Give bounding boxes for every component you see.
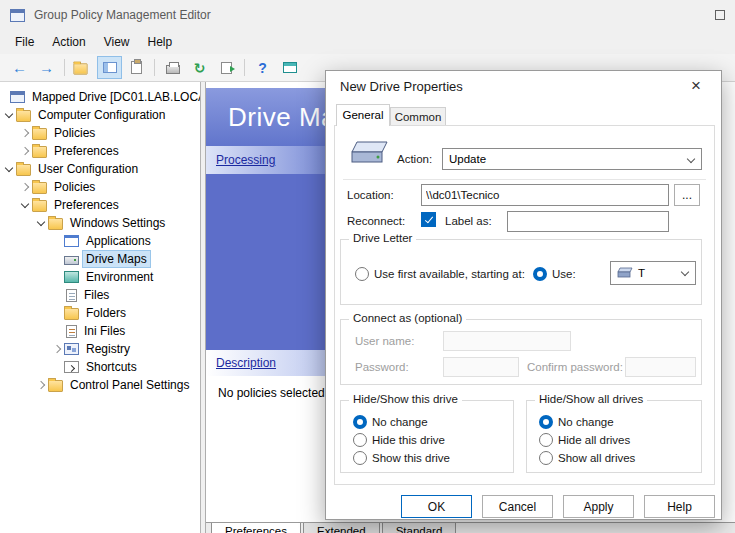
window-controls (715, 10, 725, 20)
folder-icon (64, 308, 79, 320)
filter-icon[interactable] (277, 56, 302, 79)
up-level-icon[interactable] (70, 56, 95, 79)
tree-item-label: Registry (83, 341, 133, 357)
menu-action[interactable]: Action (43, 31, 94, 53)
drive-letter-dropdown[interactable]: T (610, 261, 696, 285)
folder-icon (48, 218, 63, 230)
tree-item-environment[interactable]: Environment (0, 268, 200, 286)
forward-icon[interactable]: → (34, 56, 59, 79)
tab-preferences[interactable]: Preferences (211, 523, 301, 533)
tree-item-label: Windows Settings (67, 215, 168, 231)
reconnect-checkbox[interactable] (421, 212, 436, 227)
paste-icon[interactable] (124, 56, 149, 79)
tree-item-label: Control Panel Settings (67, 377, 192, 393)
all-no-change-radio[interactable] (539, 415, 553, 429)
tab-standard[interactable]: Standard (382, 523, 457, 533)
tab-general[interactable]: General (336, 104, 390, 126)
tree-item-policies[interactable]: Policies (0, 124, 200, 142)
chevron-spacer (50, 234, 64, 248)
chevron-right-icon[interactable] (34, 378, 48, 392)
connect-as-group: Connect as (optional) User name: Passwor… (340, 319, 702, 385)
tree-item-user-configuration[interactable]: User Configuration (0, 160, 200, 178)
apply-button[interactable]: Apply (563, 495, 634, 518)
chevron-down-icon[interactable] (18, 198, 32, 212)
chevron-spacer (50, 270, 64, 284)
back-icon[interactable]: ← (7, 56, 32, 79)
cancel-button[interactable]: Cancel (482, 495, 553, 518)
show-all-drives-radio[interactable] (539, 451, 553, 465)
action-value: Update (449, 153, 486, 165)
location-input[interactable] (421, 184, 669, 206)
tree-item-windows-settings[interactable]: Windows Settings (0, 214, 200, 232)
folder-up-icon (73, 63, 87, 74)
export-list-icon[interactable] (214, 56, 239, 79)
this-no-change-label[interactable]: No change (372, 416, 428, 428)
hide-this-drive-label[interactable]: Hide this drive (372, 434, 445, 446)
dialog-title-bar: New Drive Properties × (326, 71, 721, 101)
help-icon[interactable]: ? (250, 56, 275, 79)
view-tab-bar: PreferencesExtendedStandard (206, 522, 735, 533)
tree-item-root[interactable]: Mapped Drive [DC01.LAB.LOCA (0, 88, 200, 106)
registry-icon (64, 343, 79, 355)
all-no-change-label[interactable]: No change (558, 416, 614, 428)
ok-button[interactable]: OK (401, 495, 472, 518)
menu-help[interactable]: Help (139, 31, 182, 53)
show-this-drive-label[interactable]: Show this drive (372, 452, 450, 464)
tree-item-preferences[interactable]: Preferences (0, 196, 200, 214)
processing-section-header: Processing (206, 146, 326, 174)
print-icon[interactable] (160, 56, 185, 79)
tree-item-computer-configuration[interactable]: Computer Configuration (0, 106, 200, 124)
use-label[interactable]: Use: (552, 268, 576, 280)
tree-item-preferences[interactable]: Preferences (0, 142, 200, 160)
menu-file[interactable]: File (6, 31, 43, 53)
action-dropdown[interactable]: Update (442, 148, 702, 170)
chevron-down-icon[interactable] (34, 216, 48, 230)
window-title: Group Policy Management Editor (34, 8, 211, 22)
tree-item-files[interactable]: Files (0, 286, 200, 304)
app-icon (10, 9, 25, 22)
close-icon[interactable]: × (685, 75, 707, 97)
new-drive-properties-dialog: New Drive Properties × General Common Ac… (325, 70, 722, 520)
hide-this-drive-radio[interactable] (353, 433, 367, 447)
hide-show-all-drives-group: Hide/Show all drives No change Hide all … (526, 400, 702, 473)
tree-item-label: Mapped Drive [DC01.LAB.LOCA (29, 89, 201, 105)
tab-common[interactable]: Common (390, 107, 446, 126)
tree-item-shortcuts[interactable]: Shortcuts (0, 358, 200, 376)
browse-button[interactable]: ... (674, 184, 700, 206)
show-all-drives-label[interactable]: Show all drives (558, 452, 635, 464)
shortcut-icon (64, 361, 79, 373)
tree-item-applications[interactable]: Applications (0, 232, 200, 250)
applications-icon (64, 235, 79, 247)
chevron-down-icon[interactable] (2, 162, 16, 176)
tree-item-registry[interactable]: Registry (0, 340, 200, 358)
tab-extended[interactable]: Extended (303, 523, 380, 533)
forward-arrow-glyph: → (39, 60, 54, 75)
toolbar-separator (154, 59, 155, 76)
tree-item-label: Preferences (51, 143, 122, 159)
maximize-icon[interactable] (715, 10, 725, 20)
chevron-spacer (50, 288, 64, 302)
hide-all-drives-label[interactable]: Hide all drives (558, 434, 630, 446)
chevron-right-icon[interactable] (18, 180, 32, 194)
refresh-icon[interactable]: ↻ (187, 56, 212, 79)
check-icon (424, 214, 432, 223)
tree-item-ini-files[interactable]: Ini Files (0, 322, 200, 340)
hide-all-drives-radio[interactable] (539, 433, 553, 447)
tree-item-policies[interactable]: Policies (0, 178, 200, 196)
tree-item-control-panel-settings[interactable]: Control Panel Settings (0, 376, 200, 394)
help-button[interactable]: Help (644, 495, 715, 518)
use-first-available-radio[interactable] (355, 267, 369, 281)
use-radio[interactable] (533, 267, 547, 281)
menu-view[interactable]: View (95, 31, 139, 53)
chevron-right-icon[interactable] (50, 342, 64, 356)
tree-item-drive-maps[interactable]: Drive Maps (0, 250, 200, 268)
chevron-right-icon[interactable] (18, 144, 32, 158)
use-first-available-label[interactable]: Use first available, starting at: (374, 268, 525, 280)
chevron-down-icon[interactable] (2, 108, 16, 122)
show-this-drive-radio[interactable] (353, 451, 367, 465)
label-as-input[interactable] (507, 211, 669, 232)
show-console-tree-icon[interactable] (97, 56, 122, 79)
tree-item-folders[interactable]: Folders (0, 304, 200, 322)
chevron-right-icon[interactable] (18, 126, 32, 140)
this-no-change-radio[interactable] (353, 415, 367, 429)
